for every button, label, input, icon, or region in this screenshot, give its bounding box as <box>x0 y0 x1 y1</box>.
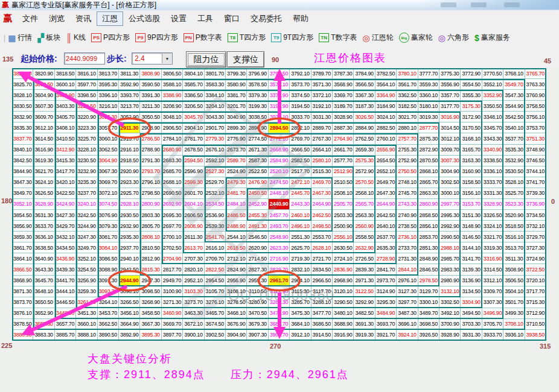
price-cell: 2500.90 <box>333 221 354 232</box>
toolbar-item-winner-service[interactable]: $赢家服务 <box>474 33 510 43</box>
price-cell: 2445.70 <box>290 188 311 199</box>
price-cell: 3098.50 <box>140 286 161 297</box>
support-button[interactable]: 支撑位 <box>227 51 264 68</box>
price-cell: 2738.50 <box>397 221 418 232</box>
price-cell: 2976.10 <box>397 276 418 286</box>
price-cell: 2743.30 <box>397 199 418 210</box>
price-cell: 2786.50 <box>140 133 161 144</box>
toolbar-item-winner-wheel[interactable]: Big赢家轮 <box>399 33 433 43</box>
price-cell: 3379.30 <box>247 90 268 101</box>
toolbar-item-p-number-table[interactable]: PNP数字表 <box>184 33 222 43</box>
menu-item-settings[interactable]: 设置 <box>165 11 192 26</box>
close-icon[interactable] <box>504 2 520 7</box>
toolbar-item-sector-blocks[interactable]: ▞板块 <box>37 33 60 43</box>
price-cell: 3698.50 <box>418 319 439 330</box>
chart-title: 江恩价格图表 <box>314 51 386 65</box>
toolbar-item-label: 9T四方形 <box>283 33 313 43</box>
menu-item-gann[interactable]: 江恩 <box>97 11 123 26</box>
price-cell: 3372.10 <box>311 90 333 101</box>
price-cell: 3235.30 <box>76 177 97 188</box>
price-cell: 2966.50 <box>311 276 333 286</box>
menu-item-info[interactable]: 资讯 <box>70 11 97 26</box>
price-cell: 2740.90 <box>397 210 418 221</box>
price-cell: 2553.70 <box>311 232 333 242</box>
price-cell: 3561.70 <box>397 79 418 90</box>
price-cell: 2524.90 <box>226 166 247 177</box>
toolbar-item-t-number-table[interactable]: TNT数字表 <box>319 33 357 43</box>
price-cell: 3775.30 <box>439 68 461 79</box>
price-cell: 3184.90 <box>375 101 397 112</box>
price-cell: 3199.30 <box>247 101 268 112</box>
minimize-icon[interactable] <box>441 2 456 7</box>
price-cell: 3914.50 <box>311 330 333 341</box>
price-cell: 3897.70 <box>162 330 183 341</box>
menu-item-window[interactable]: 窗口 <box>219 11 245 26</box>
toolbar-item-t9-square[interactable]: T99T四方形 <box>271 33 313 43</box>
price-cell: 2805.70 <box>140 221 161 232</box>
menu-item-browse[interactable]: 浏览 <box>43 11 70 26</box>
price-cell: 3153.70 <box>461 199 482 210</box>
price-cell: 2666.50 <box>290 145 311 156</box>
price-cell: 3592.90 <box>119 79 140 90</box>
start-price-label: 起始价格: <box>21 54 57 65</box>
price-cell: 3460.90 <box>162 308 183 319</box>
price-cell: 2774.50 <box>247 133 268 144</box>
price-cell: 3912.10 <box>290 330 311 341</box>
toolbar-item-p9-square[interactable]: P99P四方形 <box>135 33 178 43</box>
toolbar-item-t-square[interactable]: T8T四方形 <box>228 33 266 43</box>
support-pressure-line: 支撑：2911、2894点压力：2944、2961点 <box>88 367 374 382</box>
price-cell: 2599.30 <box>183 177 204 188</box>
price-cell: 3871.30 <box>12 286 33 297</box>
resistance-button[interactable]: 阻力位 <box>186 51 226 68</box>
price-cell: 2652.10 <box>375 166 397 177</box>
menu-item-file[interactable]: 文件 <box>17 11 43 26</box>
price-cell: 3828.10 <box>12 90 33 101</box>
price-cell: 3146.50 <box>461 232 482 242</box>
toolbar-item-hexagon[interactable]: ◎六角形 <box>438 33 469 43</box>
toolbar-item-p-square[interactable]: PSP四方形 <box>91 33 130 43</box>
menu-item-help[interactable]: 帮助 <box>287 11 314 26</box>
price-cell: 2880.10 <box>397 122 418 133</box>
toolbar-item-label: T数字表 <box>331 33 357 43</box>
price-cell: 3856.90 <box>12 221 33 232</box>
price-cell: 2923.30 <box>119 177 140 188</box>
price-cell: 2992.90 <box>439 221 461 232</box>
price-cell: 2834.50 <box>311 264 333 275</box>
price-cell: 2558.50 <box>354 232 375 242</box>
price-cell: 3388.90 <box>162 90 183 101</box>
window-title: 赢家江恩专业版[赢家服务平台] - [价格正方形] <box>11 0 156 10</box>
price-cell: 3504.10 <box>503 286 525 297</box>
price-cell: 2944.90 <box>119 276 140 286</box>
menu-item-trade[interactable]: 交易委托 <box>245 11 287 26</box>
price-cell: 3936.10 <box>503 330 525 341</box>
price-cell: 3578.50 <box>247 79 268 90</box>
price-cell: 3225.70 <box>76 133 97 144</box>
price-cell: 3384.10 <box>205 90 226 101</box>
menu-item-formula[interactable]: 公式选股 <box>123 11 165 26</box>
menu-item-tools[interactable]: 工具 <box>192 11 219 26</box>
toolbar-item-quote-table[interactable]: ▦行情 <box>8 33 32 43</box>
price-cell: 3842.50 <box>12 156 33 166</box>
price-cell: 2589.70 <box>226 156 247 166</box>
price-cell: 2784.10 <box>162 133 183 144</box>
price-cell: 3518.50 <box>503 221 525 232</box>
price-cell: 3302.50 <box>439 297 461 308</box>
price-cell: 3830.50 <box>12 101 33 112</box>
toolbar-item-kline[interactable]: ║K线 <box>66 33 86 43</box>
price-cell: 3436.90 <box>55 253 76 264</box>
maximize-icon[interactable] <box>471 2 487 7</box>
start-price-input[interactable] <box>64 52 105 65</box>
chevron-down-icon[interactable]: ▼ <box>162 54 172 63</box>
price-cell: 3880.90 <box>12 330 33 341</box>
price-cell: 2452.90 <box>247 199 268 210</box>
price-cell: 3748.90 <box>525 145 546 156</box>
price-cell: 2748.10 <box>397 177 418 188</box>
price-cell: 3931.30 <box>461 330 482 341</box>
step-combobox[interactable]: 2.4 ▼ <box>132 52 173 65</box>
price-cell: 3175.30 <box>461 101 482 112</box>
toolbar-item-gann-wheel[interactable]: ◎江恩轮 <box>363 33 394 43</box>
price-cell: 3924.10 <box>397 330 418 341</box>
price-cell: 2865.70 <box>418 177 439 188</box>
price-cell: 3645.70 <box>33 276 54 286</box>
price-cell: 3319.30 <box>482 242 503 253</box>
